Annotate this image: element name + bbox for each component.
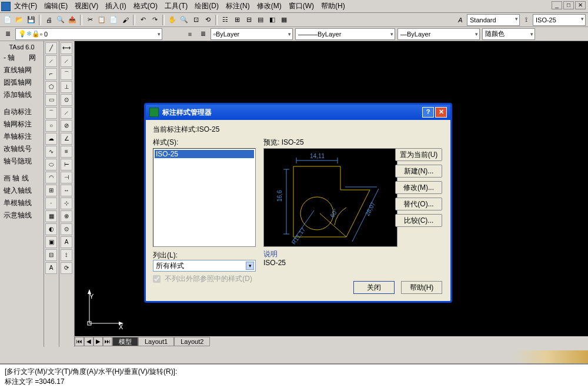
save-icon[interactable]: 💾 bbox=[26, 15, 36, 25]
tab-model[interactable]: 模型 bbox=[112, 337, 138, 346]
sheet-icon[interactable]: ▤ bbox=[255, 15, 266, 25]
dim-quick-icon[interactable]: ≡ bbox=[61, 146, 72, 158]
lineweight-dropdown[interactable]: — ByLayer bbox=[397, 28, 480, 40]
menu-tools[interactable]: 工具(T) bbox=[162, 0, 190, 12]
dim-edit-icon[interactable]: A bbox=[61, 236, 72, 248]
mtext-icon[interactable]: A bbox=[45, 262, 57, 274]
menu-insert[interactable]: 插入(I) bbox=[103, 0, 128, 12]
dim-linear-icon[interactable]: ⟷ bbox=[61, 42, 72, 54]
pan-icon[interactable]: ✋ bbox=[167, 15, 178, 25]
ellipse-icon[interactable]: ⬭ bbox=[45, 159, 57, 170]
zoom-win-icon[interactable]: ⊡ bbox=[191, 15, 201, 25]
dim-break-icon[interactable]: ⊹ bbox=[61, 198, 72, 209]
copy-icon[interactable]: 📋 bbox=[96, 15, 107, 25]
dim-tedit-icon[interactable]: ⟟ bbox=[61, 249, 72, 261]
tab-first-button[interactable]: ⏮ bbox=[75, 337, 84, 346]
dim-aligned-icon[interactable]: ⟋ bbox=[61, 55, 72, 67]
ellipsearc-icon[interactable]: ◠ bbox=[45, 172, 57, 183]
side-item-jianru[interactable]: 键入轴线 bbox=[1, 185, 42, 197]
tab-prev-button[interactable]: ◀ bbox=[84, 337, 93, 346]
tab-layout2[interactable]: Layout2 bbox=[174, 337, 210, 346]
match-icon[interactable]: 🖌 bbox=[120, 15, 131, 25]
preview-icon[interactable]: 🔍 bbox=[55, 15, 66, 25]
menu-view[interactable]: 视图(V) bbox=[72, 0, 101, 12]
undo-icon[interactable]: ↶ bbox=[138, 15, 148, 25]
table-icon[interactable]: ⊟ bbox=[45, 249, 57, 261]
point-icon[interactable]: · bbox=[45, 198, 57, 209]
dim-base-icon[interactable]: ⊢ bbox=[61, 159, 72, 170]
command-line[interactable]: [多行文字(M)/文字(T)/角度(A)/水平(H)/垂直(V)/旋转(R)]:… bbox=[0, 363, 588, 388]
line-icon[interactable]: ╱ bbox=[45, 42, 57, 54]
tool-palettes-icon[interactable]: ⊟ bbox=[243, 15, 254, 25]
properties-icon[interactable]: ☷ bbox=[220, 15, 230, 25]
minimize-button[interactable]: _ bbox=[552, 1, 562, 9]
print-icon[interactable]: 🖨 bbox=[44, 15, 54, 25]
center-icon[interactable]: ⊙ bbox=[61, 223, 72, 235]
dim-ang-icon[interactable]: ∠ bbox=[61, 133, 72, 145]
close-button[interactable]: 关闭 bbox=[353, 281, 395, 294]
markup-icon[interactable]: ◧ bbox=[267, 15, 278, 25]
dim-space-icon[interactable]: ↔ bbox=[61, 185, 72, 196]
plotstyle-dropdown[interactable]: 随颜色 bbox=[482, 28, 535, 40]
set-current-button[interactable]: 置为当前(U) bbox=[395, 148, 442, 161]
side-item-shiyi[interactable]: 示意轴线 bbox=[1, 209, 42, 222]
compare-button[interactable]: 比较(C)... bbox=[395, 214, 442, 227]
help-button[interactable]: 帮助(H) bbox=[401, 281, 442, 294]
textstyle-icon[interactable]: A bbox=[455, 15, 466, 25]
side-item-zhouhao[interactable]: 轴号隐现 bbox=[1, 155, 42, 168]
dimstyle-icon[interactable]: ⟟ bbox=[521, 15, 532, 25]
tolerance-icon[interactable]: ⊕ bbox=[61, 210, 72, 222]
circle-icon[interactable]: ○ bbox=[45, 120, 57, 132]
hatch-icon[interactable]: ▦ bbox=[45, 210, 57, 222]
modify-button[interactable]: 修改(M)... bbox=[395, 181, 442, 194]
spline-icon[interactable]: ∿ bbox=[45, 146, 57, 158]
dim-radius-icon[interactable]: ⊙ bbox=[61, 94, 72, 106]
dialog-titlebar[interactable]: 标注样式管理器 ? ✕ bbox=[146, 105, 450, 120]
dim-update-icon[interactable]: ⟳ bbox=[61, 262, 72, 274]
linetype-dropdown[interactable]: ——— ByLayer bbox=[295, 28, 395, 40]
tab-layout1[interactable]: Layout1 bbox=[138, 337, 174, 346]
side-item-danzhou[interactable]: 单轴标注 bbox=[1, 131, 42, 143]
override-button[interactable]: 替代(O)... bbox=[395, 198, 442, 210]
style-list-item-selected[interactable]: ISO-25 bbox=[155, 150, 254, 158]
arc-icon[interactable]: ⌒ bbox=[45, 107, 57, 119]
dialog-close-button[interactable]: ✕ bbox=[435, 107, 447, 118]
redo-icon[interactable]: ↷ bbox=[149, 15, 160, 25]
design-center-icon[interactable]: ⊞ bbox=[232, 15, 242, 25]
side-item-yuanhu[interactable]: 圆弧轴网 bbox=[1, 76, 42, 89]
side-item-zidong[interactable]: 自动标注 bbox=[1, 106, 42, 118]
text-style-dropdown[interactable]: Standard bbox=[467, 14, 520, 26]
zoom-prev-icon[interactable]: ⟲ bbox=[202, 15, 213, 25]
menu-file[interactable]: 文件(F) bbox=[12, 0, 39, 12]
calc-icon[interactable]: ▦ bbox=[279, 15, 289, 25]
close-button[interactable]: ✕ bbox=[575, 1, 586, 9]
dim-jog-icon[interactable]: ⟋ bbox=[61, 107, 72, 119]
cut-icon[interactable]: ✂ bbox=[85, 15, 95, 25]
side-item-gaizhou[interactable]: 改轴线号 bbox=[1, 143, 42, 155]
publish-icon[interactable]: 📤 bbox=[67, 15, 78, 25]
menu-help[interactable]: 帮助(H) bbox=[319, 0, 348, 12]
styles-listbox[interactable]: ISO-25 bbox=[153, 148, 256, 247]
rect-icon[interactable]: ▭ bbox=[45, 94, 57, 106]
dim-ord-icon[interactable]: ⊥ bbox=[61, 81, 72, 93]
side-item-zhouwang[interactable]: 轴网标注 bbox=[1, 118, 42, 131]
xline-icon[interactable]: ⟋ bbox=[45, 55, 57, 67]
menu-window[interactable]: 窗口(W) bbox=[286, 0, 316, 12]
dim-arc-icon[interactable]: ⌒ bbox=[61, 68, 72, 80]
menu-dimension[interactable]: 标注(N) bbox=[223, 0, 252, 12]
new-icon[interactable]: 📄 bbox=[2, 15, 13, 25]
dim-dia-icon[interactable]: ⊘ bbox=[61, 120, 72, 132]
menu-draw[interactable]: 绘图(D) bbox=[192, 0, 221, 12]
tab-next-button[interactable]: ▶ bbox=[93, 337, 103, 346]
paste-icon[interactable]: 📄 bbox=[108, 15, 119, 25]
list-filter-dropdown[interactable]: 所有样式 ▾ bbox=[153, 260, 256, 272]
side-item-tianjia[interactable]: 添加轴线 bbox=[1, 89, 42, 101]
layer-prev-icon[interactable]: ≡ bbox=[185, 29, 195, 39]
side-item-zhixian[interactable]: 直线轴网 bbox=[1, 64, 42, 76]
menu-format[interactable]: 格式(O) bbox=[131, 0, 160, 12]
open-icon[interactable]: 📂 bbox=[14, 15, 25, 25]
menu-edit[interactable]: 编辑(E) bbox=[42, 0, 70, 12]
region-icon[interactable]: ▣ bbox=[45, 236, 57, 248]
layer-dropdown[interactable]: 💡❄🔒▫ 0 bbox=[15, 28, 162, 40]
gradient-icon[interactable]: ◐ bbox=[45, 223, 57, 235]
